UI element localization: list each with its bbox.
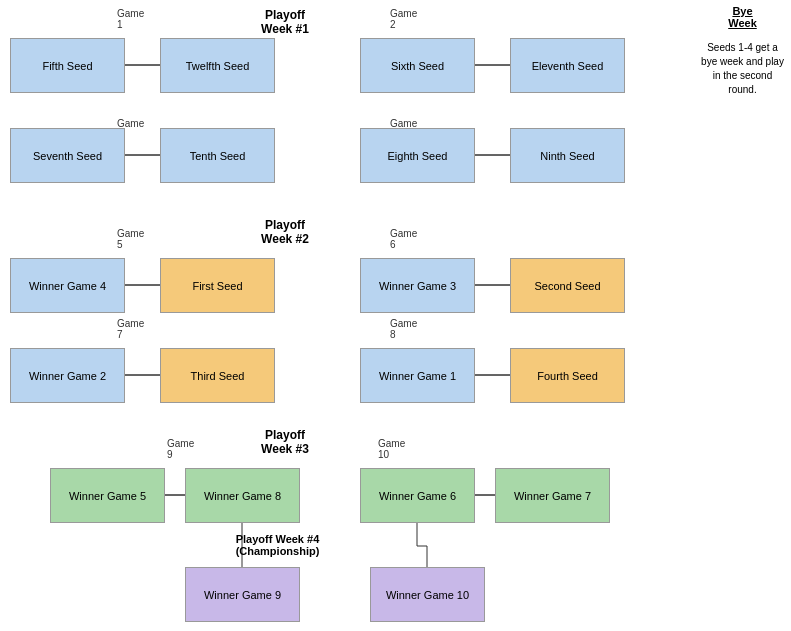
winner-game4-box: Winner Game 4 bbox=[10, 258, 125, 313]
third-seed-box: Third Seed bbox=[160, 348, 275, 403]
second-seed-box: Second Seed bbox=[510, 258, 625, 313]
fifth-seed-box: Fifth Seed bbox=[10, 38, 125, 93]
eleventh-seed-box: Eleventh Seed bbox=[510, 38, 625, 93]
game-label-10: Game10 bbox=[378, 438, 405, 460]
winner-game10-box: Winner Game 10 bbox=[370, 567, 485, 622]
twelfth-seed-box: Twelfth Seed bbox=[160, 38, 275, 93]
week-label-4: Playoff Week #4(Championship) bbox=[210, 533, 345, 557]
bye-week-title-2: Week bbox=[700, 17, 785, 29]
winner-game2-box: Winner Game 2 bbox=[10, 348, 125, 403]
seventh-seed-box: Seventh Seed bbox=[10, 128, 125, 183]
bracket-container: Game1 Game2 Game3 Game4 Game5 Game6 Game… bbox=[0, 0, 791, 631]
game-label-5: Game5 bbox=[117, 228, 144, 250]
tenth-seed-box: Tenth Seed bbox=[160, 128, 275, 183]
winner-game8-box: Winner Game 8 bbox=[185, 468, 300, 523]
game-label-7: Game7 bbox=[117, 318, 144, 340]
first-seed-box: First Seed bbox=[160, 258, 275, 313]
winner-game3-box: Winner Game 3 bbox=[360, 258, 475, 313]
ninth-seed-box: Ninth Seed bbox=[510, 128, 625, 183]
week-label-2: PlayoffWeek #2 bbox=[240, 218, 330, 246]
game-label-6: Game6 bbox=[390, 228, 417, 250]
game-label-9: Game9 bbox=[167, 438, 194, 460]
sixth-seed-box: Sixth Seed bbox=[360, 38, 475, 93]
game-label-2: Game2 bbox=[390, 8, 417, 30]
game-label-8: Game8 bbox=[390, 318, 417, 340]
winner-game5-box: Winner Game 5 bbox=[50, 468, 165, 523]
week-label-3: PlayoffWeek #3 bbox=[240, 428, 330, 456]
winner-game9-box: Winner Game 9 bbox=[185, 567, 300, 622]
connector-lines bbox=[0, 0, 791, 631]
winner-game6-box: Winner Game 6 bbox=[360, 468, 475, 523]
winner-game1-box: Winner Game 1 bbox=[360, 348, 475, 403]
game-label-1: Game1 bbox=[117, 8, 144, 30]
eighth-seed-box: Eighth Seed bbox=[360, 128, 475, 183]
bye-week-section: Bye Week Seeds 1-4 get a bye week and pl… bbox=[700, 5, 785, 97]
winner-game7-box: Winner Game 7 bbox=[495, 468, 610, 523]
bye-week-body: Seeds 1-4 get a bye week and play in the… bbox=[700, 41, 785, 97]
week-label-1: PlayoffWeek #1 bbox=[240, 8, 330, 36]
bye-week-title: Bye bbox=[700, 5, 785, 17]
fourth-seed-box: Fourth Seed bbox=[510, 348, 625, 403]
